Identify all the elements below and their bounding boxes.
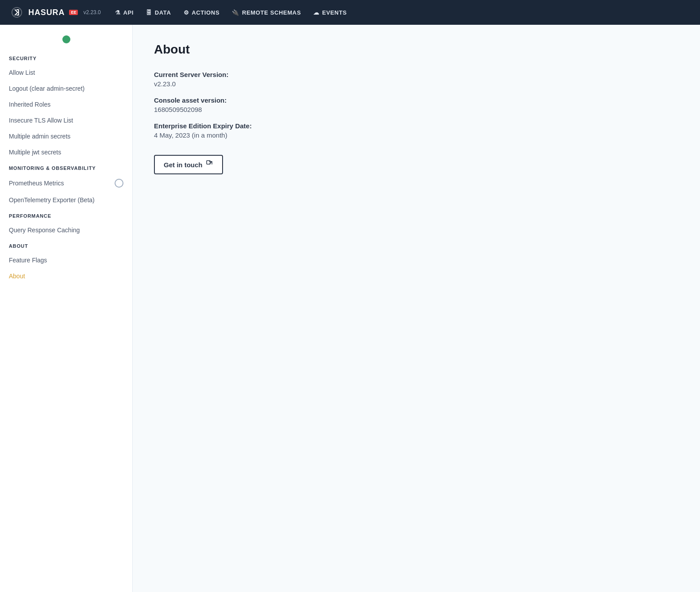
- main-content: About Current Server Version: v2.23.0 Co…: [133, 25, 700, 592]
- get-in-touch-label: Get in touch: [164, 161, 203, 169]
- cloud-icon: ☁: [313, 9, 319, 16]
- nav-item-remote-schemas[interactable]: 🔌 REMOTE SCHEMAS: [232, 9, 301, 16]
- gear-icon: ⚙: [184, 9, 189, 16]
- sidebar-section-performance: PERFORMANCE Query Response Caching: [0, 208, 132, 238]
- connected-dot: [62, 35, 70, 43]
- sidebar-item-inherited-roles[interactable]: Inherited Roles: [0, 96, 132, 112]
- sidebar-item-feature-flags[interactable]: Feature Flags: [0, 252, 132, 268]
- sidebar-item-multiple-admin-secrets[interactable]: Multiple admin secrets: [0, 128, 132, 144]
- page-title: About: [154, 42, 679, 57]
- sidebar-item-opentelemetry[interactable]: OpenTelemetry Exporter (Beta): [0, 192, 132, 208]
- connection-indicator: [0, 32, 132, 50]
- database-icon: 🗄: [146, 9, 152, 16]
- server-version-label: Current Server Version:: [154, 71, 679, 78]
- brand[interactable]: HASURA EE v2.23.0: [9, 4, 101, 20]
- edition-badge: EE: [69, 10, 78, 15]
- sidebar-section-security: SECURITY Allow List Logout (clear admin-…: [0, 50, 132, 160]
- get-in-touch-button[interactable]: Get in touch: [154, 155, 223, 174]
- sidebar-item-prometheus[interactable]: Prometheus Metrics: [0, 174, 132, 192]
- sidebar-item-insecure-tls[interactable]: Insecure TLS Allow List: [0, 112, 132, 128]
- nav-item-api[interactable]: ⚗ API: [115, 9, 134, 16]
- nav-item-events[interactable]: ☁ EVENTS: [313, 9, 347, 16]
- server-version-section: Current Server Version: v2.23.0: [154, 71, 679, 88]
- section-title-performance: PERFORMANCE: [0, 208, 132, 222]
- svg-rect-0: [9, 4, 25, 20]
- prometheus-toggle[interactable]: [115, 179, 123, 188]
- version-label: v2.23.0: [83, 9, 100, 15]
- console-asset-value: 1680509502098: [154, 106, 679, 113]
- section-title-security: SECURITY: [0, 50, 132, 65]
- nav-item-data[interactable]: 🗄 DATA: [146, 9, 171, 16]
- external-link-icon: [206, 160, 213, 169]
- expiry-date-value: 4 May, 2023 (in a month): [154, 131, 679, 139]
- layout: SECURITY Allow List Logout (clear admin-…: [0, 25, 700, 592]
- plug-icon: 🔌: [232, 9, 239, 16]
- nav-items: ⚗ API 🗄 DATA ⚙ ACTIONS 🔌 REMOTE SCHEMAS …: [115, 9, 347, 16]
- sidebar-section-about: ABOUT Feature Flags About: [0, 238, 132, 284]
- flask-icon: ⚗: [115, 9, 121, 16]
- sidebar-item-multiple-jwt-secrets[interactable]: Multiple jwt secrets: [0, 144, 132, 160]
- top-nav: HASURA EE v2.23.0 ⚗ API 🗄 DATA ⚙ ACTIONS…: [0, 0, 700, 25]
- expiry-date-label: Enterprise Edition Expiry Date:: [154, 122, 679, 130]
- hasura-logo: [9, 4, 25, 20]
- sidebar: SECURITY Allow List Logout (clear admin-…: [0, 25, 133, 592]
- sidebar-item-query-cache[interactable]: Query Response Caching: [0, 222, 132, 238]
- section-title-monitoring: MONITORING & OBSERVABILITY: [0, 160, 132, 174]
- sidebar-item-logout[interactable]: Logout (clear admin-secret): [0, 81, 132, 96]
- server-version-value: v2.23.0: [154, 80, 679, 88]
- section-title-about: ABOUT: [0, 238, 132, 252]
- sidebar-item-allow-list[interactable]: Allow List: [0, 65, 132, 81]
- sidebar-section-monitoring: MONITORING & OBSERVABILITY Prometheus Me…: [0, 160, 132, 208]
- sidebar-item-about[interactable]: About: [0, 268, 132, 284]
- brand-name: HASURA: [28, 8, 65, 17]
- nav-item-actions[interactable]: ⚙ ACTIONS: [184, 9, 220, 16]
- console-asset-label: Console asset version:: [154, 96, 679, 104]
- expiry-date-section: Enterprise Edition Expiry Date: 4 May, 2…: [154, 122, 679, 139]
- console-asset-section: Console asset version: 1680509502098: [154, 96, 679, 113]
